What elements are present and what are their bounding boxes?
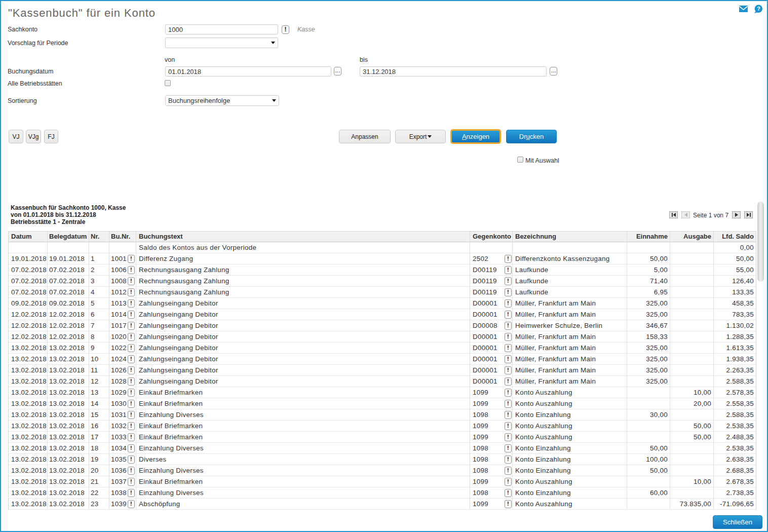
svg-text:?: ? [757,6,760,12]
